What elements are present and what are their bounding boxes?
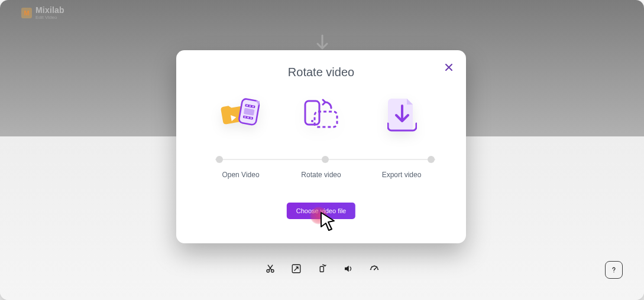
svg-point-4 xyxy=(373,269,374,270)
app-window: M Mixilab Edit Video xyxy=(0,0,644,300)
open-video-icon xyxy=(219,96,261,133)
cut-icon[interactable] xyxy=(264,262,277,275)
speed-icon[interactable] xyxy=(368,262,381,275)
step-label-2: Rotate video xyxy=(283,171,360,179)
step-label-3: Export video xyxy=(363,171,440,179)
svg-rect-3 xyxy=(320,266,323,272)
modal-title: Rotate video xyxy=(176,66,466,79)
step-dot-3 xyxy=(428,156,435,163)
brand: M Mixilab Edit Video xyxy=(21,6,64,20)
step-dot-1 xyxy=(216,156,223,163)
step-timeline xyxy=(215,155,435,164)
brand-logo-icon: M xyxy=(21,8,32,18)
step-labels: Open Video Rotate video Export video xyxy=(176,171,466,179)
editor-toolbar xyxy=(264,262,381,275)
svg-point-5 xyxy=(613,272,614,272)
resize-icon[interactable] xyxy=(290,262,303,275)
svg-point-17 xyxy=(311,120,313,122)
close-icon[interactable] xyxy=(442,61,455,74)
step-open-video xyxy=(205,96,276,133)
choose-video-file-button[interactable]: Choose video file xyxy=(287,203,355,219)
rotate-icon[interactable] xyxy=(316,262,329,275)
step-rotate-video xyxy=(286,96,357,133)
brand-sub: Edit Video xyxy=(35,15,64,20)
help-button[interactable] xyxy=(605,261,623,279)
step-export-video xyxy=(367,96,438,133)
brand-name: Mixilab xyxy=(35,6,64,14)
rotate-video-modal: Rotate video xyxy=(176,50,466,243)
step-label-1: Open Video xyxy=(202,171,279,179)
export-video-icon xyxy=(381,96,423,133)
volume-icon[interactable] xyxy=(342,262,355,275)
step-dot-2 xyxy=(322,156,329,163)
rotate-video-icon xyxy=(300,96,342,133)
steps-row xyxy=(176,96,466,133)
